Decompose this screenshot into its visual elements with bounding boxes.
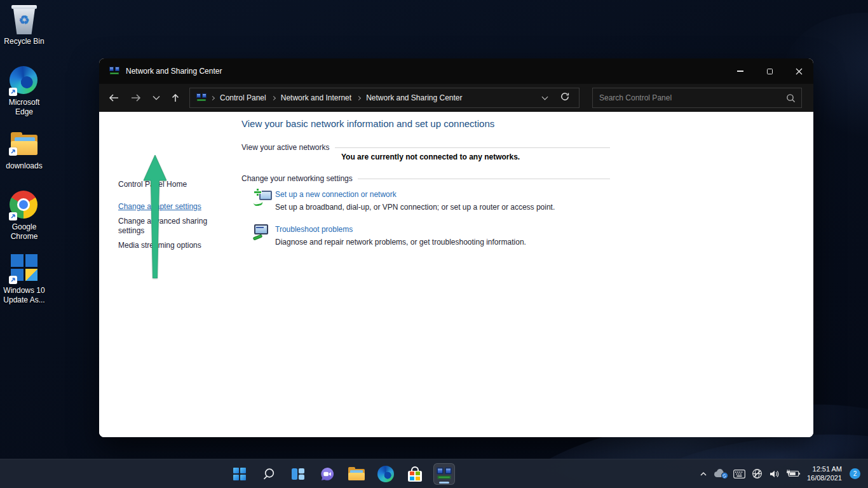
section-rule	[358, 179, 610, 179]
desktop-icon-label: Microsoft Edge	[3, 98, 45, 117]
troubleshoot-problems-description: Diagnose and repair network problems, or…	[275, 238, 526, 247]
desktop-icon-downloads[interactable]: downloads	[3, 130, 45, 171]
maximize-button[interactable]	[755, 58, 784, 84]
tray-chevron-up-icon[interactable]	[699, 470, 708, 478]
desktop: ♻ Recycle Bin Microsoft Edge downloads	[0, 0, 868, 488]
refresh-button[interactable]	[560, 92, 570, 104]
taskbar-search-button[interactable]	[258, 463, 280, 485]
section-rule	[335, 147, 610, 148]
search-icon[interactable]	[786, 93, 796, 105]
touch-keyboard-icon[interactable]	[733, 470, 745, 478]
network-app-icon	[109, 67, 119, 76]
windows-logo-icon	[10, 254, 39, 283]
task-view-button[interactable]	[287, 463, 309, 485]
troubleshoot-problems-link[interactable]: Troubleshoot problems	[275, 225, 353, 234]
breadcrumb-network-sharing-center[interactable]: Network and Sharing Center	[365, 93, 463, 102]
close-button[interactable]	[784, 58, 813, 84]
desktop-icon-windows-update[interactable]: Windows 10 Update As...	[3, 253, 45, 305]
start-button[interactable]	[229, 463, 250, 485]
file-explorer-button[interactable]	[346, 463, 367, 485]
edge-button[interactable]	[375, 463, 397, 485]
address-network-icon[interactable]	[196, 93, 207, 102]
shortcut-arrow-icon	[9, 147, 17, 156]
edge-icon	[10, 66, 39, 95]
chrome-icon	[10, 191, 39, 220]
recycle-bin-icon: ♻	[10, 5, 39, 34]
breadcrumb-control-panel[interactable]: Control Panel	[219, 93, 268, 102]
setup-new-connection-description: Set up a broadband, dial-up, or VPN conn…	[275, 203, 555, 212]
battery-icon[interactable]	[786, 469, 801, 478]
search-icon	[262, 467, 276, 481]
breadcrumb-network-internet[interactable]: Network and Internet	[280, 93, 353, 102]
network-app-icon	[437, 467, 451, 480]
network-status-icon[interactable]	[752, 468, 763, 479]
control-panel-active-button[interactable]	[433, 463, 455, 485]
desktop-icon-label: Google Chrome	[3, 222, 45, 241]
new-connection-icon	[253, 188, 272, 206]
network-status-text: You are currently not connected to any n…	[341, 152, 520, 161]
desktop-icon-label: Recycle Bin	[3, 37, 45, 46]
desktop-icon-label: downloads	[3, 161, 45, 171]
recycle-glyph: ♻	[10, 13, 39, 27]
up-button[interactable]	[171, 93, 180, 103]
recent-locations-chevron-icon[interactable]	[153, 95, 160, 100]
troubleshoot-icon	[253, 224, 271, 240]
shortcut-arrow-icon	[9, 88, 17, 96]
file-explorer-icon	[348, 467, 365, 480]
edge-icon	[377, 466, 394, 482]
section-title-networking-settings: Change your networking settings	[241, 174, 353, 183]
shortcut-arrow-icon	[9, 212, 17, 220]
navigation-bar: Control Panel Network and Internet Netwo…	[99, 84, 813, 112]
taskbar: 12:51 AM 16/08/2021 2	[0, 459, 868, 488]
active-app-indicator	[439, 482, 449, 484]
onedrive-icon[interactable]	[714, 469, 727, 478]
desktop-icon-edge[interactable]: Microsoft Edge	[3, 66, 45, 117]
search-input[interactable]	[593, 88, 801, 107]
breadcrumb-separator-icon	[210, 95, 215, 100]
desktop-icon-label: Windows 10 Update As...	[3, 286, 45, 305]
back-button[interactable]	[108, 93, 119, 103]
desktop-icon-recycle-bin[interactable]: ♻ Recycle Bin	[3, 5, 45, 46]
forward-button[interactable]	[130, 93, 142, 103]
chat-icon	[320, 466, 335, 482]
folder-icon	[10, 130, 39, 159]
address-bar[interactable]: Control Panel Network and Internet Netwo…	[189, 88, 580, 108]
breadcrumb-separator-icon	[271, 95, 276, 100]
desktop-icon-chrome[interactable]: Google Chrome	[3, 191, 45, 241]
windows-start-icon	[232, 466, 247, 482]
network-sharing-center-window: Network and Sharing Center	[99, 58, 813, 437]
section-title-active-networks: View your active networks	[241, 143, 330, 152]
window-body: Control Panel Home Change adapter settin…	[99, 112, 813, 437]
setup-new-connection-link[interactable]: Set up a new connection or network	[275, 190, 397, 199]
minimize-button[interactable]	[726, 58, 755, 84]
store-icon	[408, 466, 422, 482]
address-dropdown-chevron-icon[interactable]	[542, 94, 548, 100]
page-title: View your basic network information and …	[241, 118, 494, 129]
breadcrumb-separator-icon	[356, 95, 361, 100]
volume-icon[interactable]	[769, 469, 780, 479]
notification-badge[interactable]: 2	[850, 468, 860, 479]
taskbar-clock[interactable]: 12:51 AM 16/08/2021	[807, 465, 842, 482]
chat-button[interactable]	[316, 463, 338, 485]
clock-date: 16/08/2021	[807, 474, 842, 482]
task-view-icon	[291, 467, 306, 481]
shortcut-arrow-icon	[9, 276, 17, 284]
window-title: Network and Sharing Center	[126, 67, 222, 76]
store-button[interactable]	[404, 463, 426, 485]
search-container	[592, 88, 802, 108]
clock-time: 12:51 AM	[813, 465, 842, 473]
title-bar[interactable]: Network and Sharing Center	[99, 58, 813, 84]
annotation-arrow	[144, 155, 166, 278]
